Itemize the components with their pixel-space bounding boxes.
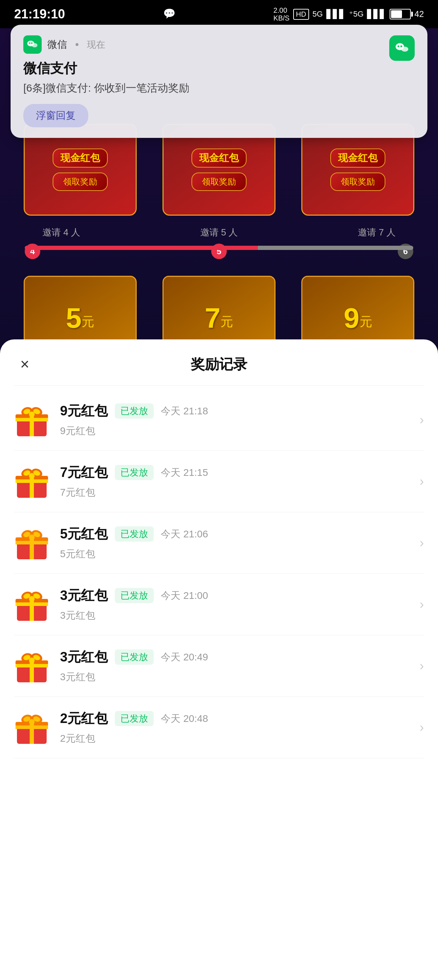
reward-info-0: 9元红包 已发放 今天 21:18 9元红包 [60, 402, 413, 438]
status-right: 2.00KB/S HD 5G ▋▋▋ ⁺5G ▋▋▋ 42 [273, 6, 424, 22]
notif-title: 微信支付 [23, 59, 379, 78]
svg-point-69 [29, 719, 35, 725]
invite-label-1: 邀请 4 人 [42, 226, 80, 239]
rp-label-1: 现金红包 [52, 148, 108, 167]
invite-label-2: 邀请 5 人 [200, 226, 238, 239]
svg-point-7 [401, 47, 408, 52]
reward-unit-7: 元 [221, 313, 233, 331]
notif-time: 现在 [87, 38, 105, 51]
svg-point-59 [29, 657, 35, 663]
gift-icon-0 [14, 402, 49, 438]
reward-info-5: 2元红包 已发放 今天 20:48 2元红包 [60, 710, 413, 745]
status-badge-5: 已发放 [115, 711, 154, 726]
status-badge-2: 已发放 [115, 527, 154, 542]
hd-badge: HD [293, 9, 309, 20]
reward-name-row-1: 7元红包 已发放 今天 21:15 [60, 463, 413, 482]
reward-name-row-5: 2元红包 已发放 今天 20:48 [60, 710, 413, 727]
reward-list: 9元红包 已发放 今天 21:18 9元红包 › 7元红包 [14, 389, 424, 758]
reward-unit-9: 元 [360, 313, 372, 331]
reward-record-5[interactable]: 2元红包 已发放 今天 20:48 2元红包 › [14, 697, 424, 758]
battery-level: 42 [414, 9, 424, 19]
gift-icon-2 [14, 525, 49, 561]
reward-name-row-0: 9元红包 已发放 今天 21:18 [60, 402, 413, 420]
rp-claim-1[interactable]: 领取奖励 [52, 172, 108, 191]
chevron-right-icon-5: › [420, 720, 424, 735]
reward-name-row-4: 3元红包 已发放 今天 20:49 [60, 648, 413, 666]
chevron-right-icon-0: › [420, 412, 424, 428]
reward-record-2[interactable]: 5元红包 已发放 今天 21:06 5元红包 › [14, 512, 424, 574]
reward-record-3[interactable]: 3元红包 已发放 今天 21:00 3元红包 › [14, 574, 424, 635]
notif-app-name: 微信 [47, 38, 67, 51]
chevron-right-icon-1: › [420, 474, 424, 489]
reward-amount-9: 9 [344, 302, 360, 334]
reward-name-row-2: 5元红包 已发放 今天 21:06 [60, 525, 413, 543]
status-time: 21:19:10 [14, 7, 65, 22]
reward-desc-2: 5元红包 [60, 547, 413, 561]
svg-point-4 [29, 43, 30, 44]
svg-point-9 [401, 46, 402, 48]
notif-action-button[interactable]: 浮窗回复 [23, 104, 88, 127]
reward-info-4: 3元红包 已发放 今天 20:49 3元红包 [60, 648, 413, 684]
notif-header: 微信 现在 🔔 [23, 35, 415, 54]
reward-time-5: 今天 20:48 [161, 712, 208, 725]
progress-track [25, 246, 413, 250]
close-icon: × [20, 355, 29, 373]
wechat-status-icon: 💬 [162, 6, 177, 22]
status-bar: 21:19:10 💬 2.00KB/S HD 5G ▋▋▋ ⁺5G ▋▋▋ 42 [0, 0, 438, 28]
invite-label-3: 邀请 7 人 [358, 226, 396, 239]
svg-rect-53 [30, 668, 34, 682]
reward-unit-5: 元 [82, 313, 94, 331]
svg-point-3 [32, 43, 37, 48]
reward-time-2: 今天 21:06 [161, 528, 208, 541]
close-button[interactable]: × [14, 353, 35, 375]
reward-desc-4: 3元红包 [60, 670, 413, 684]
notif-wechat-badge [389, 35, 415, 61]
notif-body: [6条]微信支付: 你收到一笔活动奖励 [23, 81, 415, 95]
reward-time-4: 今天 20:49 [161, 651, 208, 664]
status-badge-0: 已发放 [115, 403, 154, 418]
wechat-logo [26, 38, 39, 51]
chevron-right-icon-2: › [420, 536, 424, 550]
notification-banner: 微信 现在 🔔 微信支付 [6条]微信支付: 你收到一笔活动奖励 浮窗回复 [11, 25, 427, 138]
reward-time-1: 今天 21:15 [161, 466, 208, 479]
reward-info-3: 3元红包 已发放 今天 21:00 3元红包 [60, 587, 413, 622]
gift-icon-1 [14, 464, 49, 499]
network-5g-2: ⁺5G [349, 10, 363, 19]
svg-rect-64 [16, 725, 48, 729]
reward-amount-5: 5 [66, 302, 82, 334]
reward-record-0[interactable]: 9元红包 已发放 今天 21:18 9元红包 › [14, 389, 424, 451]
svg-point-19 [29, 412, 35, 417]
reward-desc-3: 3元红包 [60, 609, 413, 622]
battery-fill [391, 10, 402, 18]
gift-icon-4 [14, 648, 49, 684]
wechat-notif-icon [23, 35, 42, 54]
svg-point-39 [29, 535, 35, 540]
reward-name-5: 2元红包 [60, 710, 108, 727]
rp-label-3: 现金红包 [330, 148, 386, 167]
rp-claim-2[interactable]: 领取奖励 [192, 172, 246, 191]
rp-claim-3[interactable]: 领取奖励 [330, 172, 386, 191]
svg-rect-23 [30, 483, 34, 498]
reward-name-0: 9元红包 [60, 402, 108, 420]
signal-bars: ▋▋▋ [326, 9, 346, 19]
reward-record-1[interactable]: 7元红包 已发放 今天 21:15 7元红包 › [14, 451, 424, 512]
signal-5g: 5G [313, 10, 323, 19]
battery-icon [390, 9, 411, 19]
wechat-badge-logo [394, 40, 410, 56]
reward-name-row-3: 3元红包 已发放 今天 21:00 [60, 587, 413, 605]
reward-name-4: 3元红包 [60, 648, 108, 666]
reward-time-0: 今天 21:18 [161, 404, 208, 418]
chevron-right-icon-3: › [420, 597, 424, 612]
svg-rect-33 [30, 544, 34, 559]
network-speed: 2.00KB/S [273, 6, 290, 22]
svg-point-8 [398, 46, 400, 48]
status-icons: 💬 [162, 6, 177, 22]
progress-area: 邀请 4 人 邀请 5 人 邀请 7 人 4 5 6 [0, 226, 438, 259]
sheet-title: 奖励记录 [191, 355, 247, 374]
reward-name-2: 5元红包 [60, 525, 108, 543]
reward-record-4[interactable]: 3元红包 已发放 今天 20:49 3元红包 › [14, 635, 424, 697]
svg-rect-44 [16, 603, 48, 606]
notif-separator [76, 43, 78, 46]
svg-point-5 [31, 43, 32, 44]
reward-desc-0: 9元红包 [60, 424, 413, 438]
